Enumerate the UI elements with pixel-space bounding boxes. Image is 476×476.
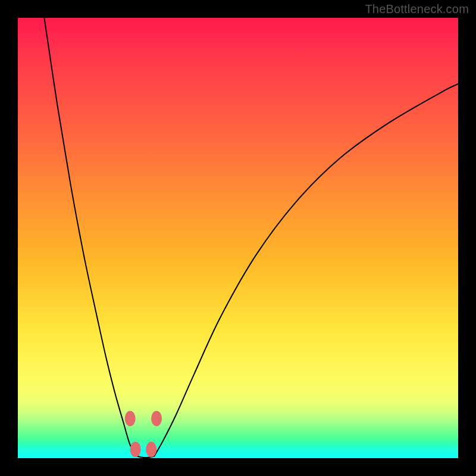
valley-marker	[146, 441, 156, 457]
chart-frame: TheBottleneck.com	[0, 0, 476, 476]
valley-marker	[130, 441, 141, 457]
curve-right-branch	[154, 84, 458, 456]
valley-marker	[125, 411, 136, 426]
valley-marker	[151, 411, 162, 426]
curve-svg	[18, 18, 458, 458]
plot-area	[18, 18, 458, 458]
watermark-text: TheBottleneck.com	[365, 2, 469, 16]
curve-left-branch	[44, 18, 136, 456]
